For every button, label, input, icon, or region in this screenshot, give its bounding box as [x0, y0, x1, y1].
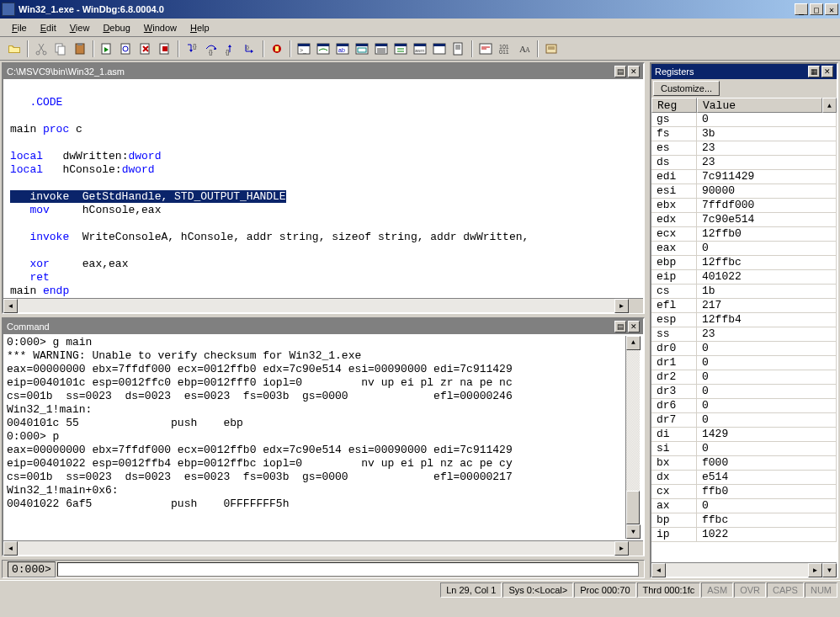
register-row[interactable]: dr60	[651, 399, 837, 413]
registers-menu-icon[interactable]: ▦	[808, 66, 820, 77]
register-value[interactable]: 7ffdf000	[697, 199, 837, 213]
register-row[interactable]: ebp12ffbc	[651, 256, 837, 270]
register-value[interactable]: 3b	[697, 127, 837, 141]
register-value[interactable]: 217	[697, 299, 837, 313]
register-value[interactable]: 1022	[697, 528, 837, 542]
open-button[interactable]	[5, 40, 24, 58]
register-value[interactable]: 1429	[697, 428, 837, 442]
register-row[interactable]: esp12ffb4	[651, 313, 837, 327]
register-row[interactable]: dr10	[651, 356, 837, 370]
run-to-cursor-button[interactable]: {}	[241, 40, 259, 58]
register-row[interactable]: eax0	[651, 242, 837, 256]
customize-button[interactable]: Customize...	[653, 81, 720, 96]
register-row[interactable]: cxffb0	[651, 485, 837, 499]
font-button[interactable]: AA	[515, 40, 534, 58]
register-row[interactable]: es23	[651, 141, 837, 156]
register-value[interactable]: 12ffb4	[697, 313, 837, 327]
register-value[interactable]: 23	[697, 156, 837, 170]
menu-edit[interactable]: Edit	[34, 21, 63, 35]
register-value[interactable]: ffbc	[697, 513, 837, 528]
register-row[interactable]: si0	[651, 442, 837, 456]
register-value[interactable]: 23	[697, 141, 837, 156]
register-row[interactable]: ecx12ffb0	[651, 227, 837, 242]
restart-button[interactable]	[117, 40, 136, 58]
register-row[interactable]: esi90000	[651, 184, 837, 199]
menu-view[interactable]: View	[63, 21, 97, 35]
disassembly-window-button[interactable]: asm	[411, 40, 429, 58]
scroll-left-icon[interactable]: ◄	[3, 541, 18, 556]
command-window-button[interactable]: >_	[295, 40, 313, 58]
scroll-up-icon[interactable]: ▲	[822, 98, 837, 113]
step-into-button[interactable]: {}	[183, 40, 201, 58]
register-row[interactable]: cs1b	[651, 285, 837, 299]
scroll-down-icon[interactable]: ▼	[626, 524, 641, 539]
register-row[interactable]: ds23	[651, 156, 837, 170]
scratchpad-button[interactable]	[430, 40, 449, 58]
break-button[interactable]	[156, 40, 174, 58]
scroll-up-icon[interactable]: ▲	[626, 336, 641, 350]
register-value[interactable]: 0	[697, 242, 837, 256]
cut-button[interactable]	[32, 40, 51, 58]
register-row[interactable]: ax0	[651, 499, 837, 513]
breakpoint-button[interactable]	[268, 40, 286, 58]
register-value[interactable]: 0	[697, 413, 837, 428]
register-row[interactable]: dr30	[651, 385, 837, 399]
register-row[interactable]: ebx7ffdf000	[651, 199, 837, 213]
command-menu-icon[interactable]: ▤	[614, 321, 626, 332]
source-content[interactable]: .CODE main proc c local dwWritten:dwordl…	[3, 79, 643, 298]
register-value[interactable]: 12ffb0	[697, 227, 837, 242]
register-row[interactable]: dr00	[651, 342, 837, 356]
source-menu-icon[interactable]: ▤	[614, 66, 626, 77]
menu-window[interactable]: Window	[137, 21, 183, 35]
registers-panel-header[interactable]: Registers ▦ ✕	[651, 64, 837, 79]
command-output[interactable]: 0:000> g main *** WARNING: Unable to ver…	[7, 336, 625, 539]
register-value[interactable]: 1b	[697, 285, 837, 299]
binary-button[interactable]: 101011	[496, 40, 514, 58]
register-row[interactable]: gs0	[651, 113, 837, 127]
register-value[interactable]: e514	[697, 471, 837, 485]
command-scrollbar-v[interactable]: ▲ ▼	[625, 336, 640, 539]
menu-help[interactable]: Help	[183, 21, 216, 35]
command-scrollbar-h[interactable]: ◄ ►	[3, 540, 643, 555]
register-value[interactable]: 0	[697, 342, 837, 356]
register-value[interactable]: f000	[697, 456, 837, 471]
scroll-right-icon[interactable]: ►	[614, 541, 629, 556]
watch-window-button[interactable]	[314, 40, 332, 58]
scroll-left-icon[interactable]: ◄	[651, 563, 666, 577]
scroll-left-icon[interactable]: ◄	[3, 299, 18, 313]
source-panel-header[interactable]: C:\MSVC9\bin\Win32_1.asm ▤ ✕	[3, 64, 643, 79]
register-value[interactable]: 7c90e514	[697, 213, 837, 227]
register-value[interactable]: 7c911429	[697, 170, 837, 184]
scroll-right-icon[interactable]: ►	[808, 563, 822, 577]
register-value[interactable]: 0	[697, 399, 837, 413]
step-over-button[interactable]: {}	[202, 40, 221, 58]
copy-button[interactable]	[51, 40, 70, 58]
source-close-button[interactable]: ✕	[628, 66, 640, 77]
menu-debug[interactable]: Debug	[96, 21, 136, 35]
register-row[interactable]: edx7c90e514	[651, 213, 837, 227]
registers-close-button[interactable]: ✕	[821, 66, 833, 77]
go-button[interactable]	[98, 40, 116, 58]
register-value[interactable]: 401022	[697, 270, 837, 285]
stop-button[interactable]	[136, 40, 155, 58]
register-row[interactable]: dxe514	[651, 471, 837, 485]
options-button[interactable]	[542, 40, 561, 58]
register-value[interactable]: 0	[697, 385, 837, 399]
register-value[interactable]: ffb0	[697, 485, 837, 499]
reg-header-value[interactable]: Value	[697, 98, 822, 113]
step-out-button[interactable]: {}	[221, 40, 240, 58]
callstack-window-button[interactable]	[391, 40, 410, 58]
registers-scrollbar-h[interactable]: ◄ ► ▼	[651, 562, 837, 577]
close-button[interactable]: ✕	[825, 3, 838, 15]
register-value[interactable]: 0	[697, 113, 837, 127]
register-row[interactable]: fs3b	[651, 127, 837, 141]
register-row[interactable]: ss23	[651, 327, 837, 342]
register-row[interactable]: dr20	[651, 370, 837, 385]
command-panel-header[interactable]: Command ▤ ✕	[3, 319, 643, 334]
register-row[interactable]: eip401022	[651, 270, 837, 285]
command-input[interactable]	[57, 562, 639, 577]
register-row[interactable]: bpffbc	[651, 513, 837, 528]
register-row[interactable]: efl217	[651, 299, 837, 313]
scroll-right-icon[interactable]: ►	[614, 299, 629, 313]
register-row[interactable]: ip1022	[651, 528, 837, 542]
